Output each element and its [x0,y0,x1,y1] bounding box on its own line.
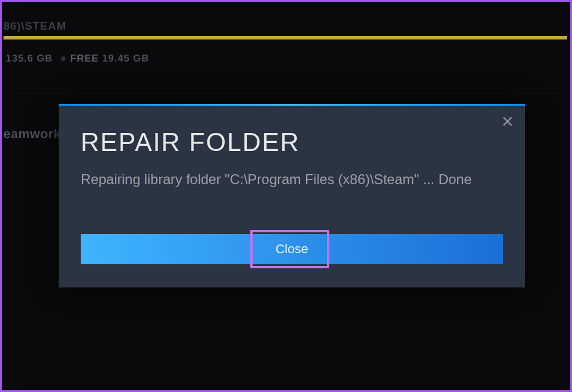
free-size-value: 19.45 GB [102,53,149,64]
dialog-body: REPAIR FOLDER Repairing library folder "… [59,106,525,211]
separator-dot [61,56,66,61]
used-size-value: 135.6 GB [6,53,53,64]
drive-path-fragment: 86)\STEAM [3,20,66,33]
repair-folder-dialog: REPAIR FOLDER Repairing library folder "… [59,104,525,287]
dialog-title: REPAIR FOLDER [81,128,503,157]
free-label: FREE [70,53,99,64]
dialog-message: Repairing library folder "C:\Program Fil… [81,170,503,189]
storage-summary: 135.6 GB FREE 19.45 GB [6,53,149,64]
side-text-fragment: eamwork [3,127,61,142]
section-divider [9,93,563,93]
close-button[interactable]: Close [81,234,503,264]
storage-usage-bar [3,36,567,39]
close-button-label: Close [275,242,308,257]
close-icon[interactable] [501,114,515,128]
